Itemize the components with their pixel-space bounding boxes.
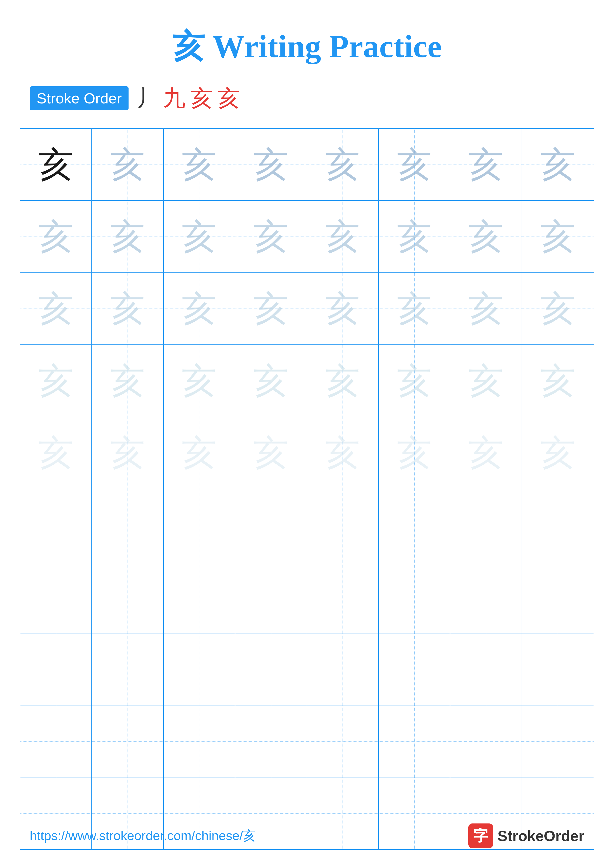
practice-char: 亥 (39, 147, 73, 182)
grid-cell[interactable] (164, 705, 235, 777)
grid-cell[interactable]: 亥 (379, 129, 450, 200)
grid-cell[interactable] (20, 705, 92, 777)
logo-char: 字 (473, 826, 488, 846)
grid-cell[interactable]: 亥 (522, 345, 594, 417)
grid-cell[interactable]: 亥 (92, 273, 163, 344)
grid-cell[interactable]: 亥 (379, 201, 450, 272)
grid-cell[interactable] (379, 705, 450, 777)
grid-cell[interactable] (92, 705, 163, 777)
grid-cell[interactable] (450, 705, 522, 777)
footer-url[interactable]: https://www.strokeorder.com/chinese/亥 (30, 827, 256, 845)
grid-cell[interactable] (20, 489, 92, 561)
grid-cell[interactable] (20, 561, 92, 633)
grid-cell[interactable] (235, 561, 307, 633)
grid-cell[interactable]: 亥 (20, 417, 92, 489)
grid-cell[interactable] (307, 489, 379, 561)
grid-cell[interactable]: 亥 (20, 129, 92, 200)
grid-cell[interactable] (307, 561, 379, 633)
grid-cell[interactable]: 亥 (164, 201, 235, 272)
grid-cell[interactable]: 亥 (522, 201, 594, 272)
grid-cell[interactable] (92, 561, 163, 633)
stroke-order-section: Stroke Order 丿 九 亥 亥 (30, 83, 614, 113)
grid-cell[interactable]: 亥 (92, 345, 163, 417)
grid-cell[interactable]: 亥 (307, 417, 379, 489)
grid-cell[interactable]: 亥 (522, 273, 594, 344)
grid-cell[interactable]: 亥 (164, 273, 235, 344)
practice-char: 亥 (541, 147, 575, 182)
grid-cell[interactable]: 亥 (164, 417, 235, 489)
grid-cell[interactable] (450, 634, 522, 705)
grid-cell[interactable] (92, 489, 163, 561)
grid-cell[interactable] (164, 634, 235, 705)
grid-cell[interactable] (235, 634, 307, 705)
grid-cell[interactable]: 亥 (235, 129, 307, 200)
grid-cell[interactable]: 亥 (379, 273, 450, 344)
grid-cell[interactable]: 亥 (235, 273, 307, 344)
grid-cell[interactable] (235, 705, 307, 777)
grid-cell[interactable]: 亥 (307, 129, 379, 200)
practice-char: 亥 (253, 363, 288, 398)
grid-cell[interactable]: 亥 (164, 345, 235, 417)
grid-cell[interactable]: 亥 (450, 201, 522, 272)
grid-cell[interactable]: 亥 (20, 201, 92, 272)
practice-char: 亥 (39, 291, 73, 326)
grid-cell[interactable] (20, 634, 92, 705)
grid-cell[interactable] (450, 489, 522, 561)
grid-cell[interactable]: 亥 (450, 345, 522, 417)
grid-cell[interactable] (522, 705, 594, 777)
practice-char: 亥 (397, 291, 432, 326)
practice-char: 亥 (397, 363, 432, 398)
grid-cell[interactable] (164, 489, 235, 561)
grid-cell[interactable]: 亥 (522, 417, 594, 489)
grid-row-empty (20, 489, 594, 561)
grid-cell[interactable]: 亥 (235, 201, 307, 272)
grid-cell[interactable]: 亥 (379, 417, 450, 489)
grid-cell[interactable]: 亥 (307, 201, 379, 272)
grid-cell[interactable] (307, 705, 379, 777)
grid-cell[interactable] (379, 561, 450, 633)
practice-char: 亥 (469, 219, 503, 254)
grid-cell[interactable]: 亥 (92, 201, 163, 272)
grid-cell[interactable] (164, 561, 235, 633)
practice-char: 亥 (39, 219, 73, 254)
grid-cell[interactable] (379, 489, 450, 561)
grid-row-empty (20, 634, 594, 705)
grid-cell[interactable] (522, 634, 594, 705)
grid-cell[interactable]: 亥 (450, 417, 522, 489)
grid-cell[interactable]: 亥 (235, 417, 307, 489)
practice-char: 亥 (182, 363, 216, 398)
practice-char: 亥 (253, 436, 288, 470)
grid-cell[interactable]: 亥 (164, 129, 235, 200)
practice-char: 亥 (253, 219, 288, 254)
grid-cell[interactable] (522, 489, 594, 561)
grid-cell[interactable]: 亥 (235, 345, 307, 417)
practice-char: 亥 (253, 147, 288, 182)
grid-cell[interactable]: 亥 (307, 345, 379, 417)
grid-cell[interactable]: 亥 (92, 417, 163, 489)
grid-cell[interactable] (235, 489, 307, 561)
grid-row: 亥 亥 亥 亥 亥 亥 亥 亥 (20, 345, 594, 417)
grid-row: 亥 亥 亥 亥 亥 亥 亥 亥 (20, 201, 594, 273)
grid-cell[interactable]: 亥 (379, 345, 450, 417)
grid-cell[interactable] (522, 561, 594, 633)
grid-cell[interactable]: 亥 (450, 129, 522, 200)
grid-cell[interactable]: 亥 (20, 273, 92, 344)
practice-char: 亥 (39, 436, 73, 470)
stroke-order-chars: 丿 九 亥 亥 (136, 83, 240, 113)
practice-char: 亥 (325, 363, 360, 398)
grid-cell[interactable] (307, 634, 379, 705)
grid-cell[interactable] (379, 634, 450, 705)
grid-cell[interactable]: 亥 (522, 129, 594, 200)
practice-char: 亥 (469, 291, 503, 326)
practice-char: 亥 (253, 291, 288, 326)
grid-cell[interactable]: 亥 (20, 345, 92, 417)
practice-char: 亥 (469, 363, 503, 398)
grid-cell[interactable]: 亥 (92, 129, 163, 200)
grid-cell[interactable]: 亥 (450, 273, 522, 344)
grid-cell[interactable] (92, 634, 163, 705)
stroke-2: 九 (163, 83, 185, 113)
practice-char: 亥 (325, 219, 360, 254)
logo-name: StrokeOrder (497, 828, 584, 845)
grid-cell[interactable] (450, 561, 522, 633)
grid-cell[interactable]: 亥 (307, 273, 379, 344)
